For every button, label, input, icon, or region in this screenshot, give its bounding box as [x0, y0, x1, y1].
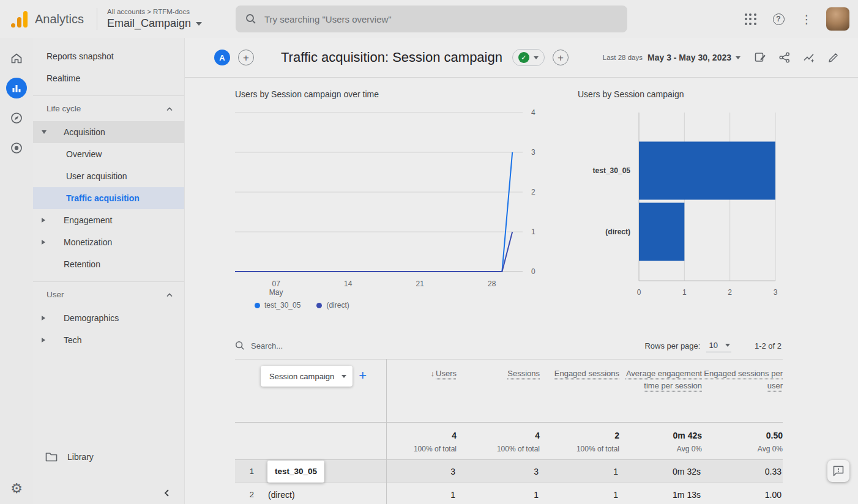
table-totals-row: 4100% of total 4100% of total 2100% of t…: [235, 423, 783, 460]
explore-button[interactable]: [6, 108, 27, 128]
nav-label: Overview: [66, 149, 102, 159]
bar-chart-title: Users by Session campaign: [578, 89, 789, 99]
bar-chart-svg: 0123test_30_05(direct): [578, 105, 789, 298]
section-label: User: [47, 290, 64, 299]
table-search-input[interactable]: [251, 341, 361, 350]
row-dimension-value[interactable]: (direct): [262, 490, 386, 500]
nav-section-life-cycle[interactable]: Life cycle: [33, 95, 184, 121]
share-icon: [778, 51, 791, 64]
column-header-engaged-sessions-per-user[interactable]: Engaged sessions per user: [702, 360, 783, 422]
feedback-button[interactable]: [827, 460, 849, 482]
nav-section-user[interactable]: User: [33, 281, 184, 307]
column-header-engaged-sessions[interactable]: Engaged sessions: [540, 360, 619, 422]
property-selector[interactable]: Email_Campaign: [107, 17, 202, 30]
cell-avg-engagement-time: 0m 32s: [619, 467, 702, 476]
table-toolbar: Rows per page: 10 1-2 of 2: [235, 333, 794, 358]
nav-traffic-acquisition[interactable]: Traffic acquisition: [33, 187, 184, 209]
google-apps-button[interactable]: [738, 7, 763, 31]
svg-text:May: May: [269, 288, 283, 297]
report-title: Traffic acquisition: Session campaign: [281, 50, 502, 65]
expander-down-icon: [42, 130, 47, 134]
date-range-selector[interactable]: May 3 - May 30, 2023: [647, 53, 740, 62]
report-table: Rows per page: 10 1-2 of 2 Session campa…: [235, 333, 794, 504]
cell-engaged-sessions-per-user: 1.00: [702, 490, 783, 500]
svg-text:3: 3: [531, 148, 535, 157]
cell-avg-engagement-time: 1m 13s: [619, 490, 702, 500]
row-dimension-value[interactable]: test_30_05: [262, 461, 386, 483]
total-avg-engagement-time: 0m 42sAvg 0%: [619, 431, 702, 453]
nav-label: Monetization: [64, 237, 112, 247]
help-button[interactable]: ?: [766, 7, 791, 31]
nav-retention[interactable]: Retention: [33, 253, 184, 275]
svg-text:2: 2: [728, 288, 732, 297]
home-button[interactable]: [6, 48, 27, 69]
highlighted-cell[interactable]: test_30_05: [267, 461, 324, 483]
svg-text:(direct): (direct): [605, 228, 630, 236]
reports-button[interactable]: [6, 78, 27, 98]
nav-reports-snapshot[interactable]: Reports snapshot: [33, 45, 184, 67]
nav-acquisition[interactable]: Acquisition: [33, 121, 184, 143]
chevron-down-icon: [534, 56, 539, 59]
nav-realtime[interactable]: Realtime: [33, 67, 184, 89]
rows-per-page-label: Rows per page:: [644, 341, 700, 350]
nav-library[interactable]: Library: [33, 444, 184, 470]
legend-item[interactable]: test_30_05: [255, 301, 300, 309]
add-comparison-button[interactable]: +: [238, 50, 254, 65]
nav-overview[interactable]: Overview: [33, 143, 184, 165]
share-button[interactable]: [774, 46, 796, 69]
table-pagination-controls: Rows per page: 10 1-2 of 2: [644, 339, 794, 352]
nav-demographics[interactable]: Demographics: [33, 307, 184, 329]
report-header: A + Traffic acquisition: Session campaig…: [185, 38, 858, 78]
reports-icon: [10, 82, 23, 94]
add-report-button[interactable]: +: [553, 50, 569, 65]
legend-label: test_30_05: [264, 301, 300, 309]
nav-monetization[interactable]: Monetization: [33, 231, 184, 253]
app-name: Analytics: [35, 12, 84, 26]
table-row[interactable]: 1 test_30_05 3 3 1 0m 32s 0.33: [235, 460, 783, 483]
global-search[interactable]: [236, 6, 627, 32]
column-header-avg-engagement-time[interactable]: Average engagement time per session: [619, 360, 702, 422]
breadcrumb[interactable]: All accounts > RTFM-docs: [107, 8, 202, 15]
svg-text:3: 3: [774, 288, 778, 297]
cell-users: 1: [386, 490, 457, 500]
line-chart-svg: 0123407May142128: [235, 105, 547, 298]
home-icon: [10, 51, 23, 65]
add-dimension-button[interactable]: +: [359, 369, 367, 382]
analytics-logo[interactable]: Analytics: [0, 11, 97, 28]
pencil-icon: [827, 51, 840, 64]
icon-rail: ⚙: [0, 38, 33, 504]
dimension-selector-button[interactable]: Session campaign: [261, 366, 353, 387]
admin-settings-button[interactable]: ⚙: [0, 481, 33, 497]
expander-right-icon: [42, 240, 45, 245]
nav-engagement[interactable]: Engagement: [33, 209, 184, 231]
svg-text:4: 4: [531, 108, 535, 117]
table-row[interactable]: 2 (direct) 1 1 1 1m 13s 1.00: [235, 483, 783, 504]
legend-item[interactable]: (direct): [316, 301, 349, 309]
gear-icon: ⚙: [10, 481, 23, 496]
nav-label: Retention: [64, 259, 100, 269]
search-icon: [245, 13, 256, 24]
nav-label: User acquisition: [66, 171, 127, 181]
nav-label: Acquisition: [64, 127, 105, 137]
edit-button[interactable]: [823, 46, 845, 69]
segment-avatar[interactable]: A: [214, 50, 230, 65]
customize-report-button[interactable]: [749, 46, 771, 69]
cell-sessions: 1: [457, 490, 540, 500]
topbar-actions: ? ⋮: [738, 0, 852, 38]
column-header-users[interactable]: ↓Users: [386, 360, 457, 422]
advertising-button[interactable]: [6, 138, 27, 158]
chevron-up-icon: [166, 104, 173, 113]
rows-per-page-value: 10: [709, 341, 717, 350]
library-folder-icon: [45, 451, 58, 462]
nav-tech[interactable]: Tech: [33, 329, 184, 351]
user-avatar[interactable]: [826, 7, 849, 31]
report-status-badge[interactable]: ✓: [512, 49, 545, 66]
nav-user-acquisition[interactable]: User acquisition: [33, 165, 184, 187]
rows-per-page-select[interactable]: 10: [706, 339, 731, 352]
search-input[interactable]: [264, 14, 617, 24]
more-options-button[interactable]: ⋮: [794, 7, 819, 31]
explore-compass-icon: [10, 111, 23, 125]
insights-button[interactable]: [798, 46, 820, 69]
collapse-nav-button[interactable]: [159, 484, 176, 502]
column-header-sessions[interactable]: Sessions: [457, 360, 540, 422]
